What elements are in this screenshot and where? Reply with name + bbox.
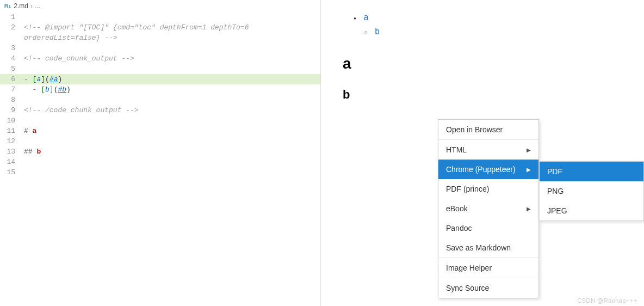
- code-line[interactable]: orderedList=false} -->: [0, 33, 320, 43]
- menu-item[interactable]: Open in Browser: [438, 120, 538, 139]
- toc-link-a[interactable]: a: [363, 13, 368, 22]
- code-line[interactable]: 5: [0, 64, 320, 74]
- preview-heading-a: a: [343, 55, 622, 72]
- menu-item[interactable]: Pandoc: [438, 218, 538, 238]
- menu-item[interactable]: PDF (prince): [438, 179, 538, 199]
- toc-item-a: a b: [354, 11, 622, 39]
- menu-item[interactable]: Chrome (Puppeteer)▶: [438, 160, 538, 179]
- breadcrumb[interactable]: M↓ 2.md › ...: [0, 0, 320, 12]
- editor-pane: M↓ 2.md › ... 12<!-- @import "[TOC]" {cm…: [0, 0, 321, 306]
- menu-item[interactable]: Save as Markdown: [438, 238, 538, 258]
- toc-link-b[interactable]: b: [375, 27, 380, 36]
- menu-item[interactable]: JPEG: [540, 201, 643, 221]
- code-line[interactable]: 8: [0, 95, 320, 105]
- code-line[interactable]: 11# a: [0, 126, 320, 136]
- menu-item[interactable]: Sync Source: [438, 278, 538, 298]
- context-menu: Open in BrowserHTML▶Chrome (Puppeteer)▶P…: [438, 119, 539, 298]
- menu-item[interactable]: PDF: [540, 162, 643, 181]
- code-line[interactable]: 1: [0, 12, 320, 22]
- code-line[interactable]: 14: [0, 157, 320, 167]
- code-line[interactable]: 4<!-- code_chunk_output -->: [0, 53, 320, 64]
- code-line[interactable]: 6- [a](#a): [0, 74, 320, 84]
- breadcrumb-rest: ...: [35, 2, 40, 10]
- code-line[interactable]: 9<!-- /code_chunk_output -->: [0, 105, 320, 115]
- code-line[interactable]: 2<!-- @import "[TOC]" {cmd="toc" depthFr…: [0, 22, 320, 33]
- breadcrumb-sep: ›: [30, 2, 33, 10]
- toc-item-b: b: [364, 25, 622, 39]
- code-line[interactable]: 10: [0, 115, 320, 126]
- code-line[interactable]: 3: [0, 43, 320, 53]
- code-line[interactable]: 12: [0, 136, 320, 146]
- menu-item[interactable]: HTML▶: [438, 140, 538, 160]
- code-editor[interactable]: 12<!-- @import "[TOC]" {cmd="toc" depthF…: [0, 12, 320, 178]
- menu-item[interactable]: PNG: [540, 181, 643, 201]
- code-line[interactable]: 7 - [b](#b): [0, 84, 320, 95]
- markdown-icon: M↓: [4, 3, 11, 10]
- code-line[interactable]: 15: [0, 167, 320, 178]
- preview-heading-b: b: [343, 88, 622, 102]
- chevron-right-icon: ▶: [527, 147, 531, 153]
- menu-item[interactable]: Image Helper: [438, 258, 538, 278]
- toc: a b: [343, 11, 622, 39]
- breadcrumb-file: 2.md: [14, 2, 28, 10]
- watermark: CSDN @Raohao+++: [577, 297, 637, 304]
- menu-item[interactable]: eBook▶: [438, 199, 538, 218]
- code-line[interactable]: 13## b: [0, 146, 320, 157]
- chevron-right-icon: ▶: [527, 167, 531, 173]
- context-submenu: PDFPNGJPEG: [540, 161, 644, 221]
- chevron-right-icon: ▶: [527, 206, 531, 212]
